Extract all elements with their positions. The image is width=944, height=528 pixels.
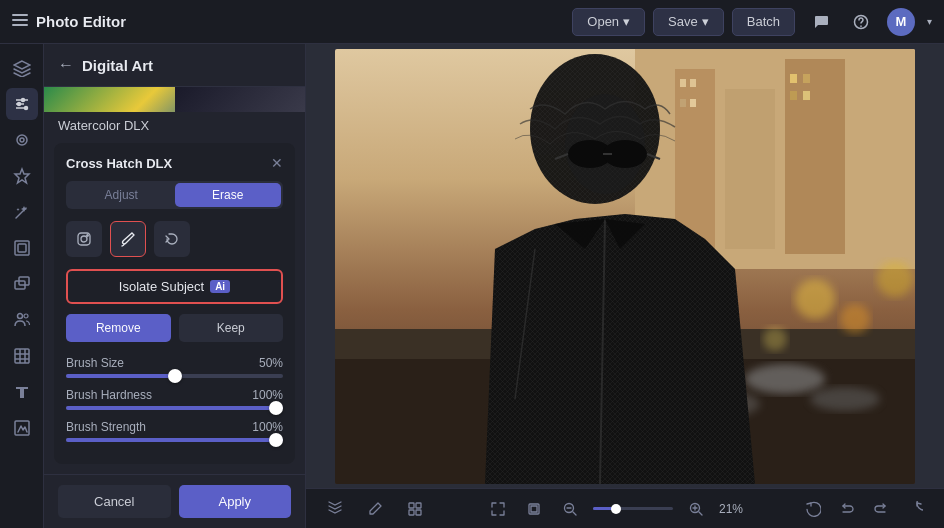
svg-rect-23 bbox=[675, 69, 715, 249]
svg-point-14 bbox=[17, 314, 22, 319]
nav-icon-watermark[interactable] bbox=[6, 412, 38, 444]
zoom-out-icon[interactable] bbox=[557, 496, 583, 522]
erase-close-button[interactable]: ✕ bbox=[271, 155, 283, 171]
edit-icon[interactable] bbox=[362, 496, 388, 522]
nav-icon-people[interactable] bbox=[6, 304, 38, 336]
tab-erase[interactable]: Erase bbox=[175, 183, 282, 207]
zoom-in-icon[interactable] bbox=[683, 496, 709, 522]
bottom-center: 21% bbox=[485, 496, 743, 522]
brush-size-thumb[interactable] bbox=[168, 369, 182, 383]
svg-point-15 bbox=[24, 314, 28, 318]
svg-rect-27 bbox=[680, 79, 686, 87]
tool-brush-button[interactable] bbox=[110, 221, 146, 257]
svg-point-42 bbox=[763, 327, 787, 351]
grid-icon[interactable] bbox=[402, 496, 428, 522]
keep-button[interactable]: Keep bbox=[179, 314, 284, 342]
layers-icon[interactable] bbox=[322, 496, 348, 522]
svg-rect-30 bbox=[690, 99, 696, 107]
svg-rect-11 bbox=[18, 244, 26, 252]
svg-rect-28 bbox=[690, 79, 696, 87]
svg-point-4 bbox=[21, 99, 24, 102]
svg-point-40 bbox=[795, 279, 835, 319]
app-title: Photo Editor bbox=[36, 13, 126, 30]
brush-size-track[interactable] bbox=[66, 374, 283, 378]
panel-header: ← Digital Art bbox=[44, 44, 305, 87]
brush-hardness-fill bbox=[66, 406, 283, 410]
svg-point-37 bbox=[745, 364, 825, 394]
nav-icon-frames[interactable] bbox=[6, 232, 38, 264]
redo-icon[interactable] bbox=[868, 496, 894, 522]
svg-rect-2 bbox=[12, 24, 28, 26]
undo-icon[interactable] bbox=[834, 496, 860, 522]
tool-restore-button[interactable] bbox=[154, 221, 190, 257]
brush-hardness-track[interactable] bbox=[66, 406, 283, 410]
action-row: Cancel Apply bbox=[44, 474, 305, 528]
svg-marker-9 bbox=[15, 169, 29, 183]
help-icon[interactable] bbox=[847, 8, 875, 36]
menu-icon[interactable] bbox=[12, 12, 28, 32]
svg-rect-55 bbox=[409, 503, 414, 508]
svg-rect-0 bbox=[12, 14, 28, 16]
tab-adjust[interactable]: Adjust bbox=[68, 183, 175, 207]
svg-rect-56 bbox=[416, 503, 421, 508]
topbar-center: Open ▾ Save ▾ Batch bbox=[572, 8, 795, 36]
preset-name: Watercolor DLX bbox=[44, 112, 305, 143]
nav-icon-effects[interactable] bbox=[6, 160, 38, 192]
nav-icon-view[interactable] bbox=[6, 124, 38, 156]
zoom-slider[interactable] bbox=[593, 507, 673, 510]
avatar[interactable]: M bbox=[887, 8, 915, 36]
remove-keep-row: Remove Keep bbox=[66, 314, 283, 342]
zoom-fill bbox=[593, 507, 613, 510]
erase-panel-title: Cross Hatch DLX bbox=[66, 156, 172, 171]
apply-button[interactable]: Apply bbox=[179, 485, 292, 518]
preset-thumbnail bbox=[44, 87, 305, 112]
chevron-down-icon: ▾ bbox=[623, 14, 630, 29]
batch-button[interactable]: Batch bbox=[732, 8, 795, 36]
expand-icon[interactable] bbox=[485, 496, 511, 522]
svg-point-8 bbox=[20, 138, 24, 142]
nav-icon-overlay[interactable] bbox=[6, 268, 38, 300]
brush-size-section: Brush Size 50% bbox=[66, 356, 283, 378]
nav-icon-adjustments[interactable] bbox=[6, 88, 38, 120]
brush-strength-thumb[interactable] bbox=[269, 433, 283, 447]
topbar-right: M ▾ bbox=[807, 8, 932, 36]
nav-icon-layers[interactable] bbox=[6, 52, 38, 84]
side-panel: ← Digital Art Watercolor DLX Cross Hatch… bbox=[44, 44, 306, 528]
svg-rect-25 bbox=[785, 59, 845, 254]
brush-strength-fill bbox=[66, 438, 283, 442]
canvas-content[interactable] bbox=[306, 44, 944, 488]
brush-strength-label: Brush Strength bbox=[66, 420, 146, 434]
svg-point-19 bbox=[81, 236, 87, 242]
remove-button[interactable]: Remove bbox=[66, 314, 171, 342]
fit-icon[interactable] bbox=[521, 496, 547, 522]
svg-rect-32 bbox=[803, 74, 810, 83]
svg-point-5 bbox=[17, 103, 20, 106]
brush-hardness-thumb[interactable] bbox=[269, 401, 283, 415]
nav-icon-text[interactable] bbox=[6, 376, 38, 408]
topbar: Photo Editor Open ▾ Save ▾ Batch M bbox=[0, 0, 944, 44]
brush-strength-track[interactable] bbox=[66, 438, 283, 442]
zoom-value: 21% bbox=[719, 502, 743, 516]
cancel-button[interactable]: Cancel bbox=[58, 485, 171, 518]
tool-instagram-button[interactable] bbox=[66, 221, 102, 257]
back-button[interactable]: ← bbox=[58, 56, 74, 74]
nav-icon-magic[interactable] bbox=[6, 196, 38, 228]
history-forward-icon[interactable] bbox=[902, 496, 928, 522]
brush-hardness-label: Brush Hardness bbox=[66, 388, 152, 402]
brush-hardness-value: 100% bbox=[252, 388, 283, 402]
brush-size-label: Brush Size bbox=[66, 356, 124, 370]
nav-icon-texture[interactable] bbox=[6, 340, 38, 372]
panel-title: Digital Art bbox=[82, 57, 153, 74]
save-button[interactable]: Save ▾ bbox=[653, 8, 724, 36]
isolate-subject-button[interactable]: Isolate Subject Ai bbox=[66, 269, 283, 304]
svg-rect-10 bbox=[15, 241, 29, 255]
topbar-left: Photo Editor bbox=[12, 12, 560, 32]
history-back-icon[interactable] bbox=[800, 496, 826, 522]
zoom-thumb[interactable] bbox=[611, 504, 621, 514]
avatar-chevron-icon[interactable]: ▾ bbox=[927, 16, 932, 27]
chat-icon[interactable] bbox=[807, 8, 835, 36]
svg-point-6 bbox=[24, 107, 27, 110]
open-button[interactable]: Open ▾ bbox=[572, 8, 645, 36]
svg-rect-57 bbox=[409, 510, 414, 515]
svg-point-38 bbox=[810, 387, 880, 411]
